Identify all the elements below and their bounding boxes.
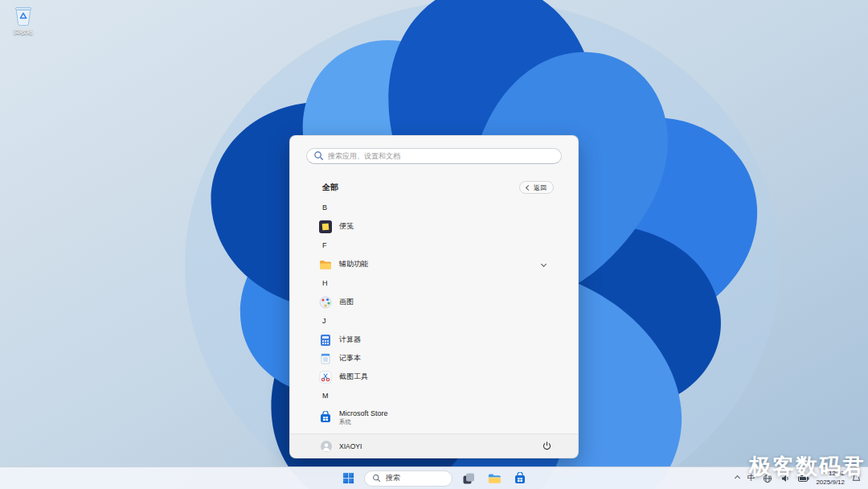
microsoft-store-icon <box>514 472 526 485</box>
windows-logo-icon <box>342 472 354 484</box>
task-view-icon <box>462 472 475 485</box>
file-explorer-icon <box>488 472 502 485</box>
chevron-down-icon[interactable] <box>541 261 547 267</box>
app-list: B 便笺 F 辅助功能 H 画图 <box>290 198 578 449</box>
search-icon <box>313 150 324 161</box>
app-item-accessibility[interactable]: 辅助功能 <box>290 255 578 273</box>
letter-header-m[interactable]: M <box>290 386 578 405</box>
app-item-microsoft-store[interactable]: Microsoft Store 系统 <box>290 405 578 429</box>
taskbar-search-label: 搜索 <box>386 473 400 483</box>
sticky-notes-icon <box>319 220 332 233</box>
start-search-input[interactable] <box>306 148 562 164</box>
taskbar-center: 搜索 <box>338 467 530 489</box>
user-name[interactable]: XIAOYI <box>339 442 362 450</box>
app-label: 便笺 <box>339 221 354 232</box>
app-item-calculator[interactable]: 计算器 <box>290 331 578 349</box>
app-label: 截图工具 <box>339 372 368 382</box>
letter-header-f[interactable]: F <box>290 236 578 255</box>
microsoft-store-button[interactable] <box>510 469 530 488</box>
app-sublabel: 系统 <box>339 418 388 425</box>
app-item-paint[interactable]: 画图 <box>290 293 578 311</box>
desktop: 回收站 全部 返回 B 便笺 F <box>0 0 868 489</box>
microsoft-store-icon <box>319 411 332 424</box>
search-icon <box>372 474 381 483</box>
start-menu-panel: 全部 返回 B 便笺 F 辅助功能 H <box>289 135 579 458</box>
start-button[interactable] <box>338 469 358 488</box>
paint-icon <box>319 296 332 309</box>
back-button-label: 返回 <box>534 183 547 192</box>
app-label: 画图 <box>339 297 354 307</box>
user-avatar-icon[interactable] <box>321 441 332 452</box>
chevron-up-icon <box>735 475 740 481</box>
app-label: 计算器 <box>339 335 361 345</box>
watermark-text: 极客数码君 <box>749 452 866 481</box>
folder-icon <box>319 258 332 271</box>
app-label: 辅助功能 <box>339 259 368 269</box>
task-view-button[interactable] <box>459 469 478 488</box>
start-search <box>306 147 562 163</box>
letter-header-h[interactable]: H <box>290 273 578 293</box>
app-item-notepad[interactable]: 记事本 <box>290 349 578 368</box>
start-user-bar: XIAOYI <box>290 434 578 458</box>
taskbar-search-box[interactable]: 搜索 <box>364 471 452 487</box>
recycle-bin-icon <box>14 5 33 26</box>
back-button[interactable]: 返回 <box>519 181 554 194</box>
app-label: 记事本 <box>339 353 361 364</box>
recycle-bin[interactable]: 回收站 <box>5 5 42 36</box>
snipping-tool-icon <box>319 371 332 384</box>
letter-header-j[interactable]: J <box>290 311 578 331</box>
taskbar: 搜索 中 <box>0 466 868 489</box>
all-apps-title: 全部 <box>322 182 338 193</box>
tray-chevron-up[interactable] <box>734 475 741 482</box>
letter-header-b[interactable]: B <box>290 198 578 217</box>
power-icon[interactable] <box>542 441 552 451</box>
recycle-bin-label: 回收站 <box>14 27 33 36</box>
calculator-icon <box>319 334 332 347</box>
file-explorer-button[interactable] <box>485 469 504 488</box>
apps-header-row: 全部 返回 <box>322 180 554 195</box>
app-label: Microsoft Store <box>339 409 388 418</box>
chevron-left-icon <box>526 184 531 190</box>
app-item-snipping-tool[interactable]: 截图工具 <box>290 368 578 386</box>
notepad-icon <box>319 352 332 365</box>
app-item-sticky-notes[interactable]: 便笺 <box>290 217 578 236</box>
